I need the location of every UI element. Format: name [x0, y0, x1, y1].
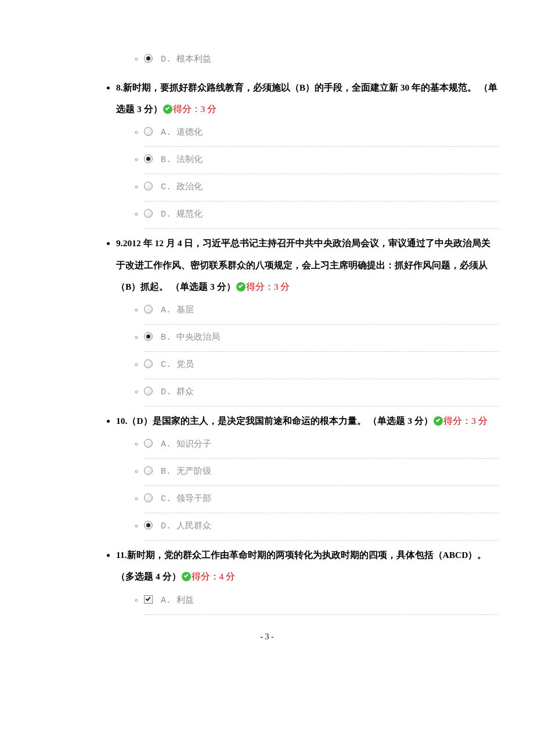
option-item: C. 政治化: [144, 174, 499, 201]
question-item: 8.新时期，要抓好群众路线教育，必须施以（B）的手段，全面建立新 30 年的基本…: [116, 77, 499, 229]
option-radio[interactable]: [144, 182, 153, 190]
score-text: 得分：3 分: [173, 104, 217, 114]
option-list: A. 利益: [116, 588, 499, 615]
option-label: C. 党员: [161, 360, 194, 370]
option-item: A. 知识分子: [144, 431, 499, 459]
option-label: B. 法制化: [161, 155, 203, 165]
option-item: B. 中央政治局: [144, 325, 499, 352]
score-text: 得分：3 分: [443, 416, 488, 426]
option-radio[interactable]: [144, 521, 153, 530]
option-radio[interactable]: [144, 127, 153, 136]
option-item: D. 人民群众: [144, 513, 499, 541]
option-label: C. 政治化: [161, 182, 203, 192]
check-circle-icon: [182, 572, 191, 581]
option-item: A. 道德化: [144, 120, 499, 147]
option-label: C. 领导干部: [161, 494, 211, 504]
question-text: 10.（D）是国家的主人，是决定我国前途和命运的根本力量。 （单选题 3 分）得…: [116, 410, 499, 431]
option-radio[interactable]: [144, 387, 153, 395]
question-item: 11.新时期，党的群众工作由革命时期的两项转化为执政时期的四项，具体包括（ABC…: [116, 544, 499, 614]
question-stem: 9.2012 年 12 月 4 日，习近平总书记主持召开中共中央政治局会议，审议…: [116, 238, 490, 291]
option-label: A. 道德化: [161, 128, 203, 138]
check-circle-icon: [434, 416, 443, 426]
option-radio[interactable]: [144, 466, 153, 475]
check-circle-icon: [236, 282, 246, 291]
option-radio[interactable]: [144, 494, 153, 502]
option-item: A. 利益: [144, 588, 499, 615]
option-label: D. 群众: [161, 387, 194, 397]
option-list: A. 知识分子B. 无产阶级C. 领导干部D. 人民群众: [116, 431, 499, 541]
question-text: 9.2012 年 12 月 4 日，习近平总书记主持召开中共中央政治局会议，审议…: [116, 232, 499, 297]
option-label: D. 人民群众: [161, 521, 211, 531]
question-list: D. 根本利益8.新时期，要抓好群众路线教育，必须施以（B）的手段，全面建立新 …: [35, 46, 499, 615]
option-radio[interactable]: [144, 154, 153, 163]
question-stem: 10.（D）是国家的主人，是决定我国前途和命运的根本力量。 （单选题 3 分）: [116, 416, 433, 426]
question-item: 10.（D）是国家的主人，是决定我国前途和命运的根本力量。 （单选题 3 分）得…: [116, 410, 499, 541]
score-text: 得分：3 分: [246, 282, 290, 291]
option-radio[interactable]: [144, 305, 153, 314]
option-radio[interactable]: [144, 209, 153, 218]
option-checkbox[interactable]: [144, 595, 153, 604]
option-item: D. 规范化: [144, 201, 499, 229]
option-label: B. 无产阶级: [161, 467, 211, 477]
option-label: B. 中央政治局: [161, 333, 220, 343]
question-text: 8.新时期，要抓好群众路线教育，必须施以（B）的手段，全面建立新 30 年的基本…: [116, 77, 499, 120]
option-radio[interactable]: [144, 332, 153, 341]
check-circle-icon: [163, 105, 172, 114]
option-radio[interactable]: [144, 359, 153, 368]
option-list: D. 根本利益: [116, 46, 499, 73]
option-item: B. 无产阶级: [144, 459, 499, 486]
option-label: D. 规范化: [161, 210, 203, 219]
question-item: D. 根本利益: [116, 46, 499, 73]
option-item: C. 党员: [144, 352, 499, 379]
question-stem: 11.新时期，党的群众工作由革命时期的两项转化为执政时期的四项，具体包括（ABC…: [116, 550, 486, 581]
option-item: D. 根本利益: [144, 46, 499, 73]
option-radio[interactable]: [144, 439, 153, 448]
page-number: - 3 -: [35, 632, 499, 642]
option-label: D. 根本利益: [161, 55, 211, 64]
option-list: A. 基层B. 中央政治局C. 党员D. 群众: [116, 297, 499, 406]
option-label: A. 知识分子: [161, 440, 211, 449]
option-list: A. 道德化B. 法制化C. 政治化D. 规范化: [116, 120, 499, 229]
option-item: C. 领导干部: [144, 486, 499, 513]
question-item: 9.2012 年 12 月 4 日，习近平总书记主持召开中共中央政治局会议，审议…: [116, 232, 499, 406]
option-item: A. 基层: [144, 297, 499, 325]
option-radio[interactable]: [144, 54, 153, 63]
question-text: 11.新时期，党的群众工作由革命时期的两项转化为执政时期的四项，具体包括（ABC…: [116, 544, 499, 587]
option-item: B. 法制化: [144, 147, 499, 174]
option-item: D. 群众: [144, 379, 499, 406]
option-label: A. 利益: [161, 596, 194, 606]
page-container: D. 根本利益8.新时期，要抓好群众路线教育，必须施以（B）的手段，全面建立新 …: [0, 0, 534, 665]
score-text: 得分：4 分: [192, 571, 236, 581]
option-label: A. 基层: [161, 305, 194, 315]
